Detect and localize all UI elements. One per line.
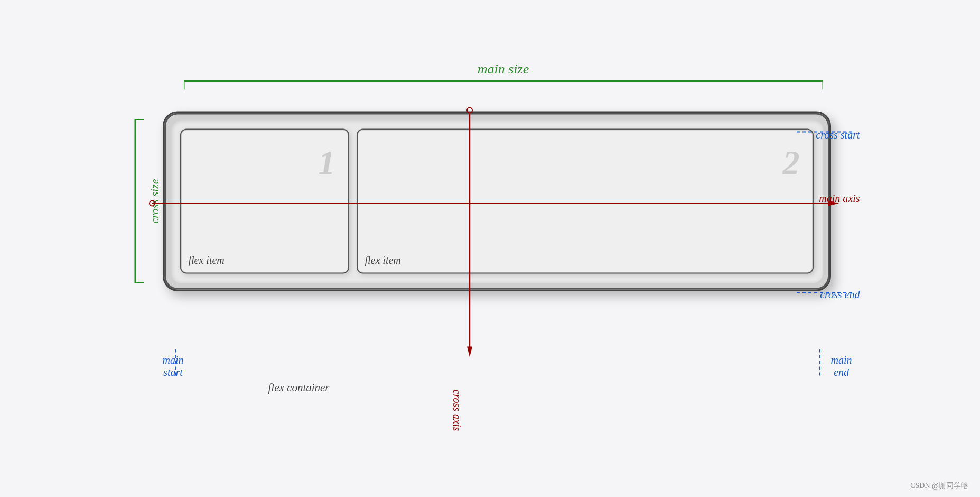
flex-item-1-number: 1 [319, 146, 335, 180]
svg-marker-5 [467, 347, 472, 357]
main-start-label: main start [163, 354, 184, 379]
diagram: main size cross size 1 flex item 2 fle [120, 51, 860, 431]
svg-point-3 [467, 108, 472, 113]
cross-axis-arrow [464, 106, 475, 360]
flex-item-2-label: flex item [365, 254, 805, 266]
watermark: CSDN @谢同学咯 [910, 481, 968, 491]
main-size-bracket [184, 79, 823, 91]
cross-start-label: cross start [816, 129, 860, 141]
main-size-text: main size [478, 61, 529, 77]
cross-size-bracket [130, 119, 146, 283]
main-end-dashed [819, 349, 821, 381]
main-axis-arrow [147, 198, 839, 209]
main-size-label: main size [184, 61, 823, 91]
main-axis-label: main axis [819, 192, 860, 205]
main-end-label: main end [831, 354, 852, 379]
flex-container-label: flex container [268, 381, 330, 394]
cross-end-label: cross end [820, 289, 860, 301]
flex-item-2-number: 2 [783, 146, 800, 180]
flex-item-1-label: flex item [189, 254, 341, 266]
cross-axis-label: cross axis [451, 390, 463, 431]
